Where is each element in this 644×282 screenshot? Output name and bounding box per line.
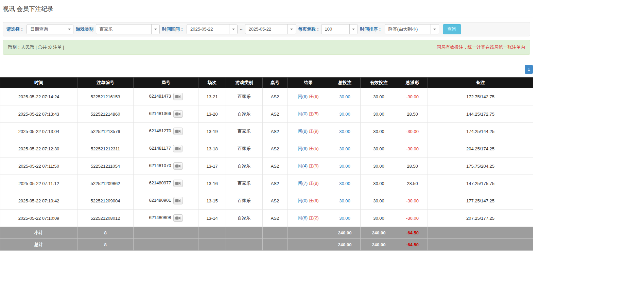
summary-row: 总计8240.00240.00-64.50 (0, 239, 533, 251)
summary-total-bet: 240.00 (329, 227, 361, 239)
chevron-down-icon[interactable] (65, 24, 73, 34)
table-row: 2025-05-22 07:11:50522521211054621481070… (0, 157, 533, 175)
chevron-down-icon[interactable] (151, 24, 159, 34)
video-replay-button[interactable] (173, 180, 183, 187)
filter-bar: 请选择： 日期查询 游戏类别 百家乐 时间区间： 2025-05-22 ~ 20… (3, 22, 530, 36)
cell-valid-bet: 30.00 (361, 210, 397, 227)
summary-total-bet: 240.00 (329, 239, 361, 251)
date-range-separator: ~ (240, 27, 243, 32)
summary-label: 小计 (0, 227, 77, 239)
query-type-select[interactable]: 日期查询 (27, 24, 73, 34)
table-row: 2025-05-22 07:14:24522521216153621481473… (0, 88, 533, 105)
round-number: 621480901 (149, 198, 171, 203)
filter-label-time-range: 时间区间： (162, 26, 184, 32)
video-replay-button[interactable] (173, 214, 183, 222)
cell-valid-bet: 30.00 (361, 123, 397, 140)
video-replay-button[interactable] (173, 93, 183, 100)
page-title: 视讯 会员下注纪录 (0, 0, 533, 17)
date-to-select[interactable]: 2025-05-22 (245, 24, 296, 34)
cell-game-type: 百家乐 (226, 140, 263, 157)
cell-round-no: 621480901 (134, 192, 198, 210)
cell-result: 闲(4) 庄(9) (288, 157, 329, 175)
date-to-value: 2025-05-22 (245, 24, 288, 34)
page-size-select[interactable]: 100 (321, 24, 358, 34)
column-header: 总派彩 (397, 78, 428, 88)
date-from-select[interactable]: 2025-05-22 (187, 24, 238, 34)
summary-row: 小计8240.00240.00-64.50 (0, 227, 533, 239)
cell-time: 2025-05-22 07:10:42 (0, 192, 77, 210)
video-replay-button[interactable] (173, 128, 183, 135)
cell-bet-id: 522521212311 (77, 140, 134, 157)
column-header: 桌号 (263, 78, 288, 88)
result-banker: 庄(2) (309, 215, 319, 220)
cell-round-no: 621480808 (134, 210, 198, 227)
cell-remark: 177.25/147.25 (428, 192, 533, 210)
summary-payout: -64.50 (397, 227, 428, 239)
cell-total-bet[interactable]: 30.00 (329, 88, 361, 105)
cell-total-bet[interactable]: 30.00 (329, 210, 361, 227)
cell-bet-id: 522521211054 (77, 157, 134, 175)
cell-game-type: 百家乐 (226, 157, 263, 175)
result-banker: 庄(6) (309, 94, 319, 99)
table-row: 2025-05-22 07:13:04522521213576621481270… (0, 123, 533, 140)
search-button[interactable]: 查询 (443, 24, 461, 34)
cell-total-bet[interactable]: 30.00 (329, 192, 361, 210)
page-button-1[interactable]: 1 (525, 65, 533, 74)
cell-result: 闲(7) 庄(8) (288, 175, 329, 192)
video-replay-button[interactable] (173, 145, 182, 152)
cell-total-bet[interactable]: 30.00 (329, 175, 361, 192)
cell-bet-id: 522521209004 (77, 192, 134, 210)
cell-total-bet[interactable]: 30.00 (329, 123, 361, 140)
cell-session: 13-14 (198, 210, 226, 227)
video-replay-button[interactable] (173, 197, 183, 204)
cell-payout: -30.00 (397, 140, 428, 157)
round-number: 621481473 (149, 94, 171, 99)
cell-session: 13-17 (198, 157, 226, 175)
cell-total-bet[interactable]: 30.00 (329, 140, 361, 157)
content-area: 视讯 会员下注纪录 请选择： 日期查询 游戏类别 百家乐 时间区间： 2025-… (0, 0, 533, 251)
summary-count: 8 (77, 227, 134, 239)
sort-order-value: 降幂(由大到小) (385, 24, 431, 34)
query-type-value: 日期查询 (27, 24, 65, 34)
cell-payout: -30.00 (397, 88, 428, 105)
summary-valid-bet: 240.00 (361, 227, 397, 239)
table-header-row: 时间注单编号局号场次游戏类别桌号结果总投注有效投注总派彩备注 (0, 78, 533, 88)
cell-time: 2025-05-22 07:13:43 (0, 105, 77, 123)
summary-right-note: 同局有效投注，统一计算在该局第一张注单内 (437, 44, 525, 50)
cell-game-type: 百家乐 (226, 123, 263, 140)
summary-left-text: 币别：人民币 | 总共 :8 注单 | (8, 44, 64, 50)
table-row: 2025-05-22 07:10:42522521209004621480901… (0, 192, 533, 210)
filter-label-page-size: 每页笔数 : (298, 26, 319, 32)
cell-result: 闲(9) 庄(6) (288, 88, 329, 105)
cell-bet-id: 522521209862 (77, 175, 134, 192)
video-replay-button[interactable] (173, 162, 183, 170)
chevron-down-icon[interactable] (431, 24, 439, 34)
filter-label-sort: 时间排序： (360, 26, 382, 32)
chevron-down-icon[interactable] (349, 24, 358, 34)
cell-result: 闲(0) 庄(5) (288, 105, 329, 123)
cell-table-no: AS2 (263, 210, 288, 227)
summary-valid-bet: 240.00 (361, 239, 397, 251)
cell-total-bet[interactable]: 30.00 (329, 157, 361, 175)
cell-table-no: AS2 (263, 88, 288, 105)
cell-valid-bet: 30.00 (361, 157, 397, 175)
cell-payout: 28.50 (397, 105, 428, 123)
result-banker: 庄(5) (309, 111, 319, 116)
chevron-down-icon[interactable] (229, 24, 237, 34)
sort-order-select[interactable]: 降幂(由大到小) (385, 24, 439, 34)
summary-count: 8 (77, 239, 134, 251)
round-number: 621481070 (149, 163, 171, 168)
cell-remark: 144.25/172.75 (428, 105, 533, 123)
game-type-select[interactable]: 百家乐 (96, 24, 160, 34)
cell-total-bet[interactable]: 30.00 (329, 105, 361, 123)
result-player: 闲(8) (298, 129, 308, 134)
cell-round-no: 621481270 (134, 123, 198, 140)
cell-game-type: 百家乐 (226, 105, 263, 123)
cell-payout: -30.00 (397, 210, 428, 227)
video-replay-button[interactable] (173, 110, 183, 118)
cell-game-type: 百家乐 (226, 175, 263, 192)
chevron-down-icon[interactable] (288, 24, 296, 34)
filter-label-game-type: 游戏类别 (76, 26, 93, 32)
result-player: 闲(7) (298, 181, 308, 186)
result-player: 闲(0) (298, 111, 308, 116)
